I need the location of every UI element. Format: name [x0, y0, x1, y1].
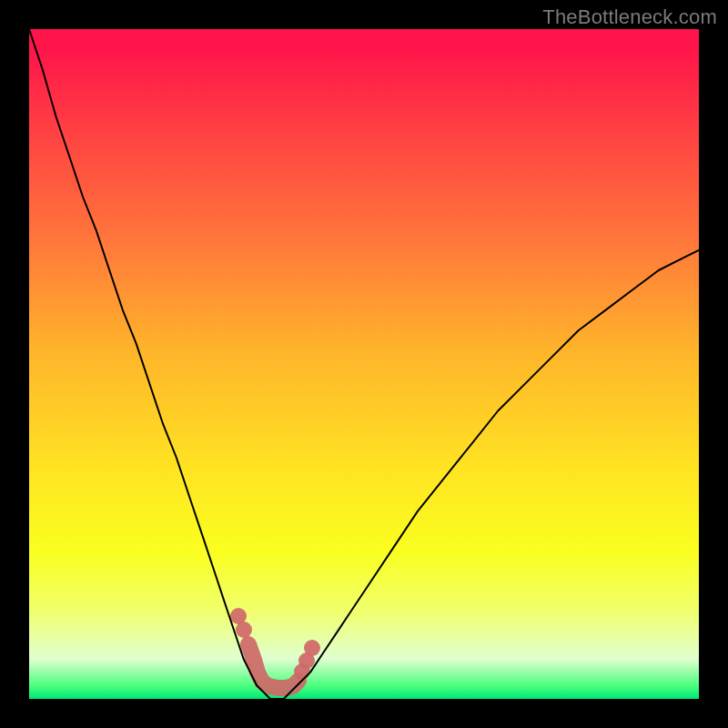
gradient-plot-area — [29, 29, 699, 699]
svg-point-4 — [304, 640, 320, 656]
watermark-text: TheBottleneck.com — [542, 5, 717, 29]
bottleneck-curve — [29, 29, 699, 699]
svg-point-1 — [236, 622, 252, 638]
curve-layer — [29, 29, 699, 699]
outer-frame: TheBottleneck.com — [0, 0, 728, 728]
